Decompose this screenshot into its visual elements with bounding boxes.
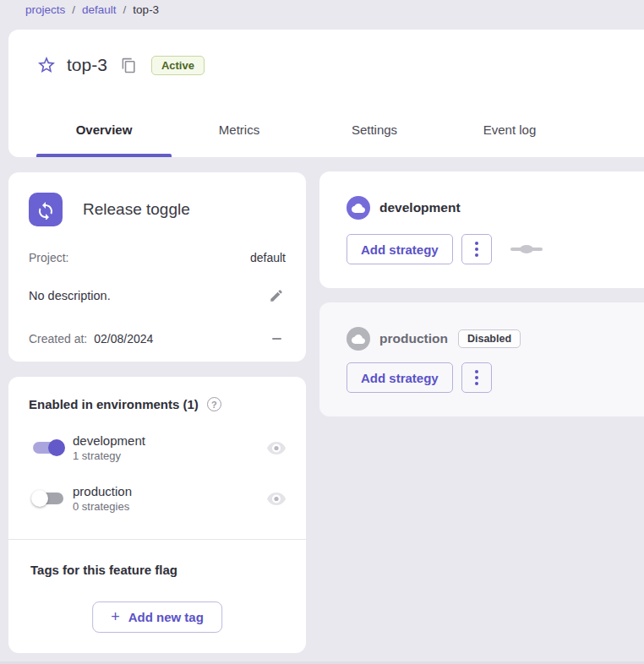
environment-info: production 0 strategies	[73, 484, 267, 513]
toggle-thumb	[48, 439, 65, 456]
kebab-dot	[475, 242, 478, 245]
environments-card: Enabled in environments (1) ? developmen…	[8, 377, 306, 653]
kebab-dot	[475, 253, 478, 257]
cloud-icon	[352, 204, 365, 213]
release-toggle-icon	[29, 193, 63, 226]
tab-settings[interactable]: Settings	[307, 101, 442, 157]
project-value: default	[250, 251, 286, 264]
tags-section-title: Tags for this feature flag	[30, 563, 177, 577]
environment-panel-name: development	[379, 200, 461, 215]
development-panel-header: development	[347, 196, 461, 220]
help-icon[interactable]: ?	[207, 397, 221, 411]
created-value: 02/08/2024	[94, 332, 153, 346]
breadcrumb: projects / default / top-3	[25, 3, 159, 16]
placeholder-bump	[520, 245, 533, 253]
breadcrumb-separator: /	[72, 3, 75, 16]
kebab-dot	[475, 376, 478, 379]
collapse-card-button[interactable]	[267, 329, 286, 348]
sync-arrows-icon	[35, 199, 56, 220]
development-panel-actions: Add strategy	[347, 234, 543, 264]
toggle-thumb	[31, 490, 48, 507]
feature-details-card: Release toggle Project: default No descr…	[8, 172, 306, 362]
tab-overview-label: Overview	[76, 122, 133, 137]
environment-name: production	[73, 484, 267, 498]
page-title: top-3	[67, 55, 107, 75]
edit-description-button[interactable]	[267, 286, 286, 305]
add-strategy-button-production[interactable]: Add strategy	[347, 362, 453, 393]
more-actions-button-production[interactable]	[461, 362, 492, 393]
copy-name-icon[interactable]	[121, 57, 138, 73]
add-new-tag-label: Add new tag	[128, 610, 204, 624]
environment-name: development	[73, 433, 267, 448]
tab-settings-label: Settings	[352, 122, 397, 137]
project-label: Project:	[29, 251, 68, 264]
add-strategy-label: Add strategy	[361, 371, 439, 385]
pencil-icon	[269, 288, 284, 303]
active-tab-indicator	[36, 154, 172, 157]
production-panel-actions: Add strategy	[347, 362, 492, 393]
tab-overview[interactable]: Overview	[36, 101, 172, 157]
feature-flag-overview-page: projects / default / top-3 top-3 Active …	[0, 0, 644, 664]
feature-title-row: top-3 Active	[36, 55, 205, 75]
tab-metrics-label: Metrics	[219, 122, 259, 137]
kebab-dot	[475, 382, 478, 385]
add-strategy-label: Add strategy	[361, 242, 439, 257]
copy-icon	[121, 57, 137, 73]
breadcrumb-link-projects[interactable]: projects	[25, 3, 65, 16]
environment-panel-name: production	[379, 331, 448, 346]
eye-icon	[267, 493, 286, 505]
breadcrumb-separator: /	[123, 3, 127, 16]
environment-row-development: development 1 strategy	[29, 433, 286, 462]
description-row: No description.	[29, 286, 286, 305]
cloud-environment-icon	[347, 196, 370, 220]
favorite-star-icon[interactable]	[36, 55, 57, 75]
cloud-icon	[352, 335, 365, 344]
breadcrumb-link-default[interactable]: default	[82, 3, 117, 16]
environments-title-row: Enabled in environments (1) ?	[29, 397, 286, 411]
feature-header-card: top-3 Active Overview Metrics Settings E…	[8, 30, 644, 157]
add-strategy-button-development[interactable]: Add strategy	[347, 234, 453, 264]
environment-switch-placeholder-icon	[510, 245, 543, 253]
environment-row-production: production 0 strategies	[29, 484, 286, 513]
tab-metrics[interactable]: Metrics	[172, 101, 307, 157]
add-new-tag-button[interactable]: + Add new tag	[92, 601, 222, 633]
kebab-dot	[475, 248, 478, 251]
card-divider	[8, 539, 306, 540]
created-label: Created at:	[29, 332, 87, 346]
breadcrumb-current: top-3	[133, 3, 159, 16]
feature-type-row: Release toggle	[29, 193, 286, 226]
development-toggle[interactable]	[29, 437, 68, 459]
status-badge: Active	[151, 56, 205, 75]
feature-type-label: Release toggle	[83, 200, 190, 219]
eye-icon	[267, 442, 286, 454]
environments-title: Enabled in environments (1)	[29, 397, 199, 411]
cloud-environment-icon	[347, 327, 370, 351]
production-panel-header: production Disabled	[347, 327, 521, 351]
environment-strategy-count: 1 strategy	[73, 449, 267, 462]
more-actions-button-development[interactable]	[461, 234, 492, 264]
created-row: Created at: 02/08/2024	[29, 329, 286, 348]
production-toggle[interactable]	[29, 487, 68, 509]
environment-info: development 1 strategy	[73, 433, 267, 462]
disabled-badge: Disabled	[458, 329, 521, 348]
development-environment-panel: development Add strategy	[319, 171, 644, 288]
created-at: Created at: 02/08/2024	[29, 332, 153, 346]
project-row: Project: default	[29, 251, 286, 264]
description-text: No description.	[29, 289, 111, 302]
preview-development-button[interactable]	[267, 438, 286, 457]
minus-icon	[272, 338, 281, 340]
star-outline-icon	[36, 55, 57, 75]
production-environment-panel: production Disabled Add strategy	[319, 302, 644, 416]
plus-icon: +	[111, 608, 120, 626]
environment-strategy-count: 0 strategies	[73, 500, 267, 513]
kebab-dot	[475, 370, 478, 373]
tab-event-log-label: Event log	[483, 122, 537, 137]
feature-tabs: Overview Metrics Settings Event log	[36, 101, 577, 157]
preview-production-button[interactable]	[267, 489, 286, 508]
tab-event-log[interactable]: Event log	[442, 101, 577, 157]
